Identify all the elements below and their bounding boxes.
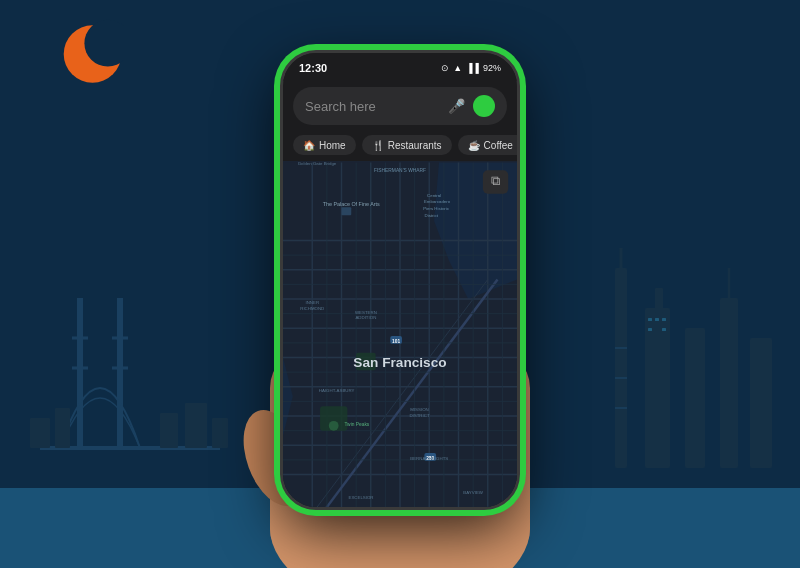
status-icons: ⊙ ▲ ▐▐ 92% [441,63,501,73]
svg-rect-22 [720,298,738,468]
svg-text:EXCELSIOR: EXCELSIOR [348,495,373,500]
time-display: 12:30 [299,62,327,74]
svg-rect-19 [645,308,670,468]
search-placeholder: Search here [305,99,440,114]
coffee-chip-icon: ☕ [468,140,480,151]
map-svg: 101 280 FISHERMAN'S WHARF The Palace Of … [283,161,517,510]
svg-rect-29 [662,328,666,331]
svg-rect-24 [750,338,772,468]
chip-restaurants-label: Restaurants [388,140,442,151]
svg-rect-80 [342,207,352,215]
svg-text:BERNAL HEIGHTS: BERNAL HEIGHTS [410,456,448,461]
mic-icon[interactable]: 🎤 [448,98,465,114]
svg-text:INNER: INNER [305,300,319,305]
svg-text:WESTERN: WESTERN [355,310,377,315]
svg-text:DISTRICT: DISTRICT [409,413,430,418]
map-area[interactable]: 101 280 FISHERMAN'S WHARF The Palace Of … [283,161,517,510]
battery-display: 92% [483,63,501,73]
phone-wrapper: 12:30 ⊙ ▲ ▐▐ 92% Search here 🎤 🏠 Home 🍴 … [280,50,520,510]
svg-rect-14 [615,268,627,468]
chip-home-label: Home [319,140,346,151]
restaurants-chip-icon: 🍴 [372,140,384,151]
svg-rect-10 [55,408,70,448]
svg-text:HAIGHT-ASBURY: HAIGHT-ASBURY [319,388,355,393]
svg-rect-12 [185,403,207,448]
svg-text:RICHMOND: RICHMOND [300,306,324,311]
svg-text:Embarcadero: Embarcadero [424,199,451,204]
svg-text:BAYVIEW: BAYVIEW [463,490,483,495]
chip-restaurants[interactable]: 🍴 Restaurants [362,135,452,155]
svg-rect-28 [648,328,652,331]
search-bar[interactable]: Search here 🎤 [293,87,507,125]
moon-icon [52,18,124,90]
svg-rect-26 [655,318,659,321]
wifi-status-icon: ▲ [453,63,462,73]
bridge-left [20,288,240,508]
green-indicator [473,95,495,117]
svg-text:MISSION: MISSION [410,407,428,412]
svg-text:Central: Central [427,193,441,198]
chip-coffee[interactable]: ☕ Coffee 2 [458,135,517,155]
svg-rect-21 [685,328,705,468]
svg-rect-9 [30,418,50,448]
svg-text:101: 101 [392,339,400,344]
svg-text:Golden Gate Bridge: Golden Gate Bridge [298,161,337,166]
signal-status-icon: ▐▐ [466,63,479,73]
svg-text:San Francisco: San Francisco [353,355,446,370]
svg-text:ADDITION: ADDITION [355,315,376,320]
chip-home[interactable]: 🏠 Home [293,135,356,155]
svg-rect-27 [662,318,666,321]
svg-text:FISHERMAN'S WHARF: FISHERMAN'S WHARF [374,168,426,173]
buildings-right [595,248,785,508]
svg-text:⧉: ⧉ [491,174,500,188]
status-bar: 12:30 ⊙ ▲ ▐▐ 92% [283,53,517,81]
svg-text:Twin Peaks: Twin Peaks [344,422,369,427]
svg-rect-11 [160,413,178,448]
svg-rect-20 [655,288,663,313]
svg-text:District: District [425,213,439,218]
phone: 12:30 ⊙ ▲ ▐▐ 92% Search here 🎤 🏠 Home 🍴 … [280,50,520,510]
svg-text:The Palace Of Fine Arts: The Palace Of Fine Arts [323,201,380,207]
svg-text:Piers Historic: Piers Historic [423,206,450,211]
home-chip-icon: 🏠 [303,140,315,151]
svg-point-97 [329,421,339,431]
location-status-icon: ⊙ [441,63,449,73]
svg-rect-25 [648,318,652,321]
chip-coffee-label: Coffee [484,140,513,151]
chips-row: 🏠 Home 🍴 Restaurants ☕ Coffee 2 🍸 B [283,131,517,161]
